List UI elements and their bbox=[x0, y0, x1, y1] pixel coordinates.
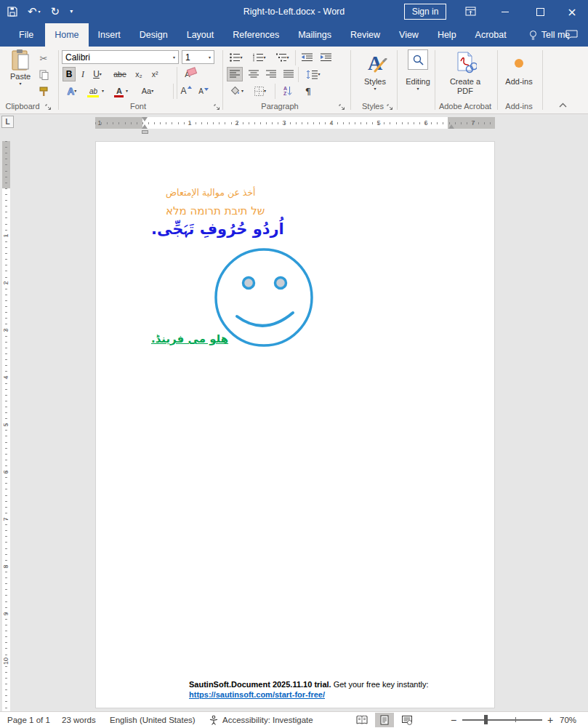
language-indicator[interactable]: English (United States) bbox=[110, 712, 196, 728]
font-size-combobox[interactable]: 1 ▾ bbox=[182, 50, 214, 64]
right-indent-marker[interactable] bbox=[448, 124, 454, 129]
sort-button[interactable]: AZ bbox=[279, 84, 297, 98]
vertical-ruler[interactable]: 1 2 3 4 5 6 7 8 9 10 bbox=[2, 141, 10, 711]
print-layout-button[interactable] bbox=[375, 713, 394, 727]
strikethrough-button[interactable]: abe bbox=[110, 67, 129, 81]
align-left-button[interactable] bbox=[227, 67, 243, 81]
read-mode-button[interactable] bbox=[353, 713, 371, 727]
copy-button[interactable] bbox=[36, 68, 51, 82]
page-indicator[interactable]: Page 1 of 1 bbox=[7, 712, 50, 728]
zoom-slider-thumb[interactable] bbox=[484, 715, 488, 724]
accessibility-label: Accessibility: Investigate bbox=[222, 712, 313, 728]
editing-button[interactable]: Editing ▾ bbox=[401, 49, 435, 91]
font-dialog-launcher[interactable] bbox=[214, 103, 220, 112]
justify-button[interactable] bbox=[281, 67, 297, 81]
hebrew-text-line[interactable]: של תיבת תרומה מלא bbox=[166, 204, 265, 217]
hanging-indent-marker[interactable] bbox=[142, 124, 148, 129]
zoom-slider[interactable] bbox=[462, 719, 542, 721]
addins-button[interactable]: Add-ins bbox=[502, 49, 536, 87]
chevron-down-icon: ▾ bbox=[263, 55, 265, 60]
multilevel-list-icon bbox=[276, 53, 286, 62]
zoom-in-button[interactable]: + bbox=[547, 712, 553, 728]
tab-insert[interactable]: Insert bbox=[89, 23, 130, 47]
shrink-font-button[interactable]: A bbox=[196, 84, 211, 98]
tab-stop-selector[interactable]: L bbox=[1, 116, 14, 128]
web-layout-button[interactable] bbox=[398, 713, 416, 727]
align-right-button[interactable] bbox=[263, 67, 279, 81]
tab-references[interactable]: References bbox=[223, 23, 289, 47]
tab-help[interactable]: Help bbox=[428, 23, 466, 47]
dialog-launcher-icon bbox=[45, 104, 52, 111]
font-color-button[interactable]: A ▾ bbox=[112, 84, 132, 98]
underline-button[interactable]: U▾ bbox=[89, 67, 105, 81]
paste-button[interactable]: Paste ▾ bbox=[4, 49, 36, 86]
dialog-launcher-icon bbox=[214, 104, 220, 111]
styles-dialog-launcher[interactable] bbox=[387, 103, 393, 112]
minimize-button[interactable] bbox=[493, 0, 517, 23]
trial-link[interactable]: https://sautinsoft.com/start-for-free/ bbox=[189, 690, 325, 699]
zoom-out-button[interactable]: − bbox=[451, 712, 456, 728]
paragraph-dialog-launcher[interactable] bbox=[339, 103, 345, 112]
format-painter-button[interactable] bbox=[36, 84, 51, 99]
first-line-indent-marker[interactable] bbox=[142, 117, 148, 121]
align-center-button[interactable] bbox=[246, 67, 262, 81]
group-divider bbox=[58, 50, 59, 110]
ribbon-display-options-button[interactable] bbox=[465, 6, 476, 19]
superscript-button[interactable]: x² bbox=[148, 67, 161, 81]
grow-font-button[interactable]: A bbox=[179, 84, 193, 98]
subscript-button[interactable]: x₂ bbox=[132, 67, 145, 81]
font-color-a: A bbox=[116, 87, 122, 95]
accessibility-checker[interactable]: Accessibility: Investigate bbox=[209, 712, 313, 728]
text-highlight-button[interactable]: ab ▾ bbox=[86, 84, 108, 98]
paragraph-group-label: Paragraph bbox=[240, 102, 320, 112]
chevron-down-icon: ▾ bbox=[19, 81, 21, 86]
down-arrow-icon bbox=[204, 87, 209, 91]
tab-mailings[interactable]: Mailings bbox=[289, 23, 341, 47]
tab-view[interactable]: View bbox=[390, 23, 428, 47]
sign-in-button[interactable]: Sign in bbox=[404, 4, 446, 20]
cut-button[interactable]: ✂ bbox=[36, 51, 51, 65]
change-case-button[interactable]: Aa▾ bbox=[137, 84, 158, 98]
tab-design[interactable]: Design bbox=[130, 23, 177, 47]
collapse-ribbon-button[interactable] bbox=[554, 97, 571, 112]
horizontal-ruler[interactable]: 1 1 2 3 4 5 6 7 bbox=[95, 117, 495, 129]
chevron-down-icon: ▾ bbox=[240, 55, 242, 60]
zoom-percentage[interactable]: 70% bbox=[560, 712, 576, 728]
left-indent-marker[interactable] bbox=[142, 130, 148, 134]
styles-icon: A bbox=[368, 49, 382, 77]
font-group-label: Font bbox=[87, 102, 189, 112]
shading-button[interactable]: ▾ bbox=[227, 84, 247, 98]
styles-button[interactable]: A Styles ▾ bbox=[355, 49, 395, 91]
borders-button[interactable]: ▾ bbox=[250, 84, 270, 98]
bullets-button[interactable]: ▾ bbox=[227, 50, 246, 65]
clear-formatting-button[interactable]: A bbox=[182, 67, 199, 81]
maximize-button[interactable] bbox=[528, 0, 552, 23]
show-hide-paragraph-button[interactable]: ¶ bbox=[301, 84, 315, 98]
multilevel-list-button[interactable]: ▾ bbox=[273, 50, 292, 65]
numbering-button[interactable]: ▾ bbox=[250, 50, 269, 65]
arabic-text-line[interactable]: أخذ عن موالية الإمتعاض bbox=[166, 187, 256, 198]
ruler-number: 3 bbox=[2, 327, 11, 335]
create-pdf-button[interactable]: Create a PDF bbox=[439, 49, 491, 96]
chevron-down-icon: ▾ bbox=[102, 89, 104, 93]
line-spacing-button[interactable]: ▾ bbox=[302, 67, 324, 81]
urdu-green-line[interactable]: هلو می فرینڈ. bbox=[151, 332, 228, 345]
tab-review[interactable]: Review bbox=[341, 23, 390, 47]
clipboard-dialog-launcher[interactable] bbox=[45, 103, 52, 112]
decrease-indent-button[interactable] bbox=[299, 50, 314, 65]
tab-acrobat[interactable]: Acrobat bbox=[466, 23, 516, 47]
text-effects-button[interactable]: A▾ bbox=[63, 84, 81, 98]
comments-button[interactable] bbox=[565, 23, 578, 47]
chevron-down-icon: ▾ bbox=[209, 55, 211, 60]
font-name-combobox[interactable]: Calibri ▾ bbox=[62, 50, 179, 64]
tab-home[interactable]: Home bbox=[45, 23, 88, 47]
document-page[interactable]: أخذ عن موالية الإمتعاض של תיבת תרומה מלא… bbox=[95, 141, 495, 708]
bold-button[interactable]: B bbox=[63, 67, 76, 81]
urdu-heading-line[interactable]: اُردُو حُرُوفِ تَہَجِّی. bbox=[151, 220, 284, 238]
word-count[interactable]: 23 words bbox=[62, 712, 96, 728]
tab-file[interactable]: File bbox=[7, 23, 45, 47]
increase-indent-button[interactable] bbox=[318, 50, 333, 65]
close-button[interactable]: × bbox=[560, 0, 584, 23]
tab-layout[interactable]: Layout bbox=[177, 23, 224, 47]
italic-button[interactable]: I bbox=[78, 67, 88, 81]
